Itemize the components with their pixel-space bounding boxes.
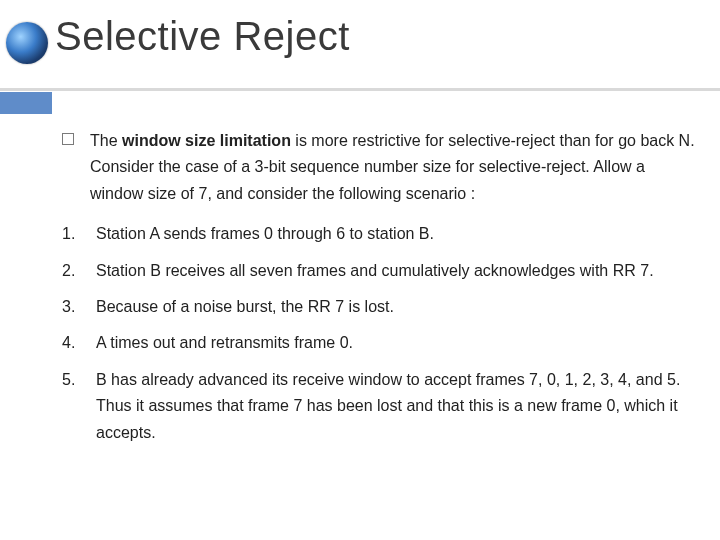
step-text: A times out and retransmits frame 0. [96, 330, 696, 356]
square-bullet-icon [62, 133, 74, 145]
intro-paragraph: The window size limitation is more restr… [62, 128, 696, 207]
intro-lead: The [90, 132, 122, 149]
step-text: Station A sends frames 0 through 6 to st… [96, 221, 696, 247]
list-item: 1. Station A sends frames 0 through 6 to… [62, 221, 696, 247]
step-number: 3. [62, 294, 96, 320]
list-item: 3. Because of a noise burst, the RR 7 is… [62, 294, 696, 320]
step-text: Because of a noise burst, the RR 7 is lo… [96, 294, 696, 320]
list-item: 5. B has already advanced its receive wi… [62, 367, 696, 446]
step-number: 4. [62, 330, 96, 356]
steps-list: 1. Station A sends frames 0 through 6 to… [62, 221, 696, 446]
step-text: B has already advanced its receive windo… [96, 367, 696, 446]
content-area: The window size limitation is more restr… [62, 128, 696, 456]
step-number: 1. [62, 221, 96, 247]
step-number: 5. [62, 367, 96, 393]
slide: Selective Reject The window size limitat… [0, 0, 720, 540]
intro-strong: window size limitation [122, 132, 291, 149]
globe-logo-icon [6, 22, 48, 64]
step-text: Station B receives all seven frames and … [96, 258, 696, 284]
intro-text: The window size limitation is more restr… [90, 128, 696, 207]
slide-title: Selective Reject [55, 14, 350, 59]
step-number: 2. [62, 258, 96, 284]
list-item: 4. A times out and retransmits frame 0. [62, 330, 696, 356]
divider [0, 88, 720, 91]
list-item: 2. Station B receives all seven frames a… [62, 258, 696, 284]
accent-block [0, 92, 52, 114]
